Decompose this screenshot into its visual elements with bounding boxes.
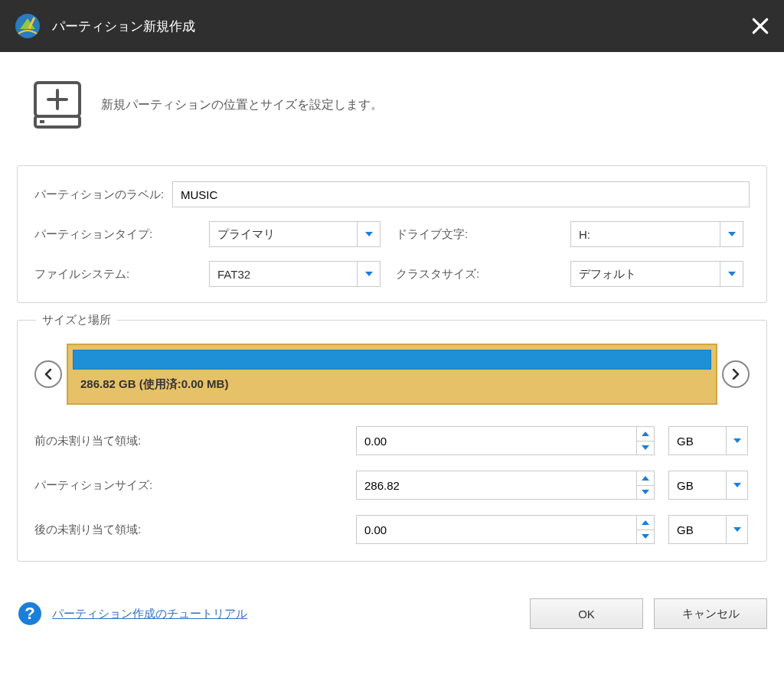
unalloc-after-input[interactable] xyxy=(357,516,636,543)
spin-down-button[interactable] xyxy=(637,486,654,500)
partition-size-input[interactable] xyxy=(357,471,636,499)
spin-up-button[interactable] xyxy=(637,427,654,442)
size-location-fieldset: サイズと場所 286.82 GB (使用済:0.00 MB) 前の未割り当て領域… xyxy=(17,320,767,562)
chevron-down-icon xyxy=(357,222,380,246)
partition-type-label: パーティションタイプ: xyxy=(34,227,209,242)
filesystem-label: ファイルシステム: xyxy=(34,267,209,282)
unit-value: GB xyxy=(669,523,726,536)
chevron-down-icon xyxy=(720,262,743,286)
partition-size-bar[interactable]: 286.82 GB (使用済:0.00 MB) xyxy=(67,344,717,405)
partition-size-spinner[interactable] xyxy=(356,471,655,500)
partition-type-value: プライマリ xyxy=(210,227,357,242)
disk-visual-row: 286.82 GB (使用済:0.00 MB) xyxy=(34,344,750,405)
cancel-button[interactable]: キャンセル xyxy=(654,598,767,629)
tutorial-link[interactable]: パーティション作成のチュートリアル xyxy=(52,607,247,621)
partition-used-fill xyxy=(73,350,711,370)
partition-size-unit-select[interactable]: GB xyxy=(668,471,748,500)
prev-partition-button[interactable] xyxy=(34,360,62,388)
spin-up-button[interactable] xyxy=(637,516,654,530)
spin-down-button[interactable] xyxy=(637,530,654,544)
unalloc-before-input[interactable] xyxy=(357,427,636,455)
size-location-legend: サイズと場所 xyxy=(36,313,117,327)
chevron-down-icon xyxy=(726,516,747,543)
svg-rect-4 xyxy=(40,120,44,123)
dialog-content: 新規パーティションの位置とサイズを設定します。 パーティションのラベル: パーテ… xyxy=(0,52,784,588)
help-icon: ? xyxy=(17,601,43,627)
partition-label-input[interactable] xyxy=(172,181,750,207)
chevron-down-icon xyxy=(357,262,380,286)
unalloc-before-spinner[interactable] xyxy=(356,426,655,455)
unit-value: GB xyxy=(669,479,726,492)
cluster-size-select[interactable]: デフォルト xyxy=(570,261,743,287)
unalloc-after-label: 後の未割り当て領域: xyxy=(34,523,356,537)
partition-label-label: パーティションのラベル: xyxy=(34,187,172,202)
dialog-footer: ? パーティション作成のチュートリアル OK キャンセル xyxy=(0,588,784,634)
unit-value: GB xyxy=(669,435,726,448)
app-icon xyxy=(14,12,41,40)
window-title: パーティション新規作成 xyxy=(52,18,195,35)
chevron-down-icon xyxy=(726,471,747,499)
intro-row: 新規パーティションの位置とサイズを設定します。 xyxy=(31,78,767,132)
new-partition-icon xyxy=(31,78,84,132)
chevron-down-icon xyxy=(720,222,743,246)
partition-settings: パーティションのラベル: パーティションタイプ: プライマリ ドライブ文字: H… xyxy=(17,165,767,303)
unalloc-after-unit-select[interactable]: GB xyxy=(668,515,748,544)
spin-down-button[interactable] xyxy=(637,442,654,455)
spin-up-button[interactable] xyxy=(637,471,654,486)
titlebar: パーティション新規作成 xyxy=(0,0,784,52)
partition-size-label: パーティションサイズ: xyxy=(34,478,356,493)
drive-letter-value: H: xyxy=(571,228,720,241)
close-button[interactable] xyxy=(750,16,770,36)
unalloc-before-unit-select[interactable]: GB xyxy=(668,426,748,455)
unalloc-after-spinner[interactable] xyxy=(356,515,655,544)
drive-letter-label: ドライブ文字: xyxy=(396,227,570,242)
ok-button[interactable]: OK xyxy=(530,598,643,629)
filesystem-value: FAT32 xyxy=(210,268,357,281)
partition-type-select[interactable]: プライマリ xyxy=(209,221,381,247)
chevron-down-icon xyxy=(726,427,747,455)
drive-letter-select[interactable]: H: xyxy=(570,221,743,247)
next-partition-button[interactable] xyxy=(722,360,750,388)
cluster-size-label: クラスタサイズ: xyxy=(396,267,570,282)
cluster-size-value: デフォルト xyxy=(571,267,720,282)
unalloc-before-label: 前の未割り当て領域: xyxy=(34,434,356,448)
partition-bar-label: 286.82 GB (使用済:0.00 MB) xyxy=(73,377,711,392)
intro-text: 新規パーティションの位置とサイズを設定します。 xyxy=(101,97,383,113)
filesystem-select[interactable]: FAT32 xyxy=(209,261,381,287)
svg-text:?: ? xyxy=(24,604,34,623)
